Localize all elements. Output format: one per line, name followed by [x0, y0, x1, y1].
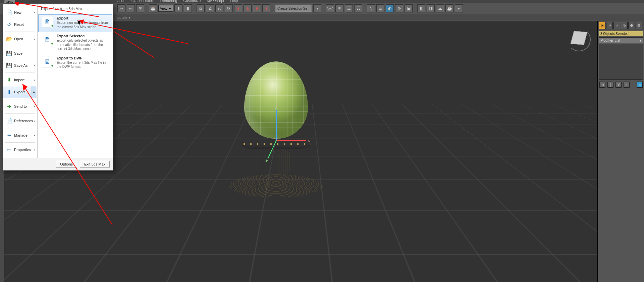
appmenu-item-label: New: [14, 10, 34, 14]
appmenu-item-label: Import: [14, 78, 34, 82]
chevron-down-icon: ▾: [640, 38, 642, 43]
appmenu-item-label: Open: [14, 37, 34, 41]
tb-unlink-icon[interactable]: ⇎: [127, 4, 135, 12]
tb-align-icon[interactable]: ≡: [335, 4, 343, 12]
appmenu-item-send-to[interactable]: ➜Send to▸: [3, 100, 37, 112]
menu-separator: [5, 128, 35, 128]
export-option-export-to-dwf[interactable]: 🗎Export to DWFExport the current 3ds Max…: [38, 54, 112, 72]
tb-material-icon[interactable]: ◐: [386, 4, 394, 12]
appmenu-item-label: Export: [14, 90, 32, 94]
tb-render-frame-icon[interactable]: ▣: [405, 4, 413, 12]
transform-gizmo[interactable]: [276, 140, 276, 141]
menu-item[interactable]: Customize: [183, 0, 201, 3]
tb-axis-y-icon[interactable]: ▮: [184, 4, 192, 12]
tb-angle-snap-icon[interactable]: ∠: [206, 4, 214, 12]
tb-render-prod-icon[interactable]: ▾: [455, 4, 463, 12]
properties-icon: ▭: [5, 145, 13, 154]
open-icon: 📂: [5, 35, 13, 43]
appmenu-item-references[interactable]: 📄References▸: [3, 115, 37, 127]
exit-button[interactable]: Exit 3ds Max: [80, 161, 110, 168]
tab-motion-icon[interactable]: ◎: [621, 22, 628, 29]
tb-bind-icon[interactable]: ≋: [136, 4, 144, 12]
gizmo-z-axis-icon[interactable]: [276, 110, 277, 140]
tab-utilities-icon[interactable]: ☰: [636, 22, 642, 29]
appmenu-item-save-as[interactable]: 💾Save As▸: [3, 59, 37, 72]
export-option-export[interactable]: 🗎ExportExport non-native file formats fr…: [38, 14, 112, 32]
appmenu-item-reset[interactable]: ↺Reset: [3, 18, 37, 31]
tb-spinner-snap-icon[interactable]: ⟳: [225, 4, 233, 12]
options-button[interactable]: Options: [56, 161, 77, 168]
tb-slate-icon[interactable]: ◧: [417, 4, 425, 12]
tb-snap-toggle-icon[interactable]: ⧈: [197, 4, 205, 12]
appmenu-item-new[interactable]: 📄New▸: [3, 6, 37, 18]
appmenu-item-save[interactable]: 💾Save: [3, 47, 37, 59]
new-icon: 📄: [5, 8, 13, 17]
show-end-result-icon[interactable]: ‖: [607, 82, 613, 88]
selection-set-input[interactable]: Create Selection Se: [275, 5, 312, 12]
tb-curve-editor-icon[interactable]: ∿: [367, 4, 375, 12]
menu-item[interactable]: Graph Editors: [131, 0, 154, 3]
tb-dope-sheet-icon[interactable]: ▤: [376, 4, 384, 12]
pin-stack-icon[interactable]: ⇥: [599, 82, 605, 88]
tb-percent-snap-icon[interactable]: %: [215, 4, 223, 12]
send-to-icon: ➜: [5, 102, 13, 111]
appmenu-item-import[interactable]: ⬇Import▸: [3, 74, 37, 86]
appmenu-item-label: Save: [14, 51, 36, 55]
main-menubar[interactable]: ation Graph Editors Rendering Customize …: [0, 0, 644, 3]
menu-item[interactable]: Help: [230, 0, 238, 3]
tb-axis-x-icon[interactable]: ▮: [174, 4, 182, 12]
tb-snap-a-icon[interactable]: a: [234, 4, 242, 12]
appmenu-left-column: 📄New▸↺Reset📂Open▸💾Save💾Save As▸⬇Import▸⬆…: [3, 4, 37, 158]
tb-layers-icon[interactable]: ☷: [345, 4, 353, 12]
menu-item[interactable]: MAXScript: [207, 0, 224, 3]
gizmo-x-axis-icon[interactable]: [276, 140, 306, 141]
modifier-stack[interactable]: [599, 44, 643, 80]
ribbon-label[interactable]: pulate ▾: [117, 15, 130, 20]
appmenu-item-open[interactable]: 📂Open▸: [3, 33, 37, 45]
modifier-list-dropdown[interactable]: Modifier List▾: [599, 37, 643, 43]
scene-object-egg-stand[interactable]: [226, 61, 326, 216]
appmenu-item-export[interactable]: ⬆Export▸: [3, 86, 37, 98]
chevron-right-icon: ▸: [34, 78, 36, 82]
tb-snap-d-icon[interactable]: a: [262, 4, 270, 12]
menu-item[interactable]: ation: [117, 0, 125, 3]
tb-render-icon[interactable]: ☕: [445, 4, 453, 12]
tb-me-icon[interactable]: ◨: [427, 4, 435, 12]
modifier-stack-buttons: ⇥ ‖ ∀ ⌂ ⎚: [599, 80, 643, 89]
remove-modifier-icon[interactable]: ⌂: [624, 82, 630, 88]
save-as-icon: 💾: [5, 61, 13, 70]
tab-display-icon[interactable]: ⚙: [628, 22, 635, 29]
viewcube[interactable]: [567, 28, 591, 51]
tb-schematic-icon[interactable]: ☶: [354, 4, 362, 12]
tb-environment-icon[interactable]: ☁: [436, 4, 444, 12]
appmenu-item-label: Reset: [14, 22, 36, 27]
view-dropdown[interactable]: View: [158, 5, 173, 12]
tab-hierarchy-icon[interactable]: ⤾: [613, 22, 620, 29]
export-option-desc: Export the current 3ds Max file in the D…: [57, 61, 109, 69]
appmenu-item-manage[interactable]: ≣Manage▸: [3, 129, 37, 141]
application-button[interactable]: MAX: [4, 0, 15, 3]
tb-snap-c-icon[interactable]: a: [253, 4, 261, 12]
tb-teapot-icon[interactable]: ☕: [149, 4, 157, 12]
export-option-title: Export to DWF: [57, 56, 109, 60]
appmenu-item-label: Manage: [14, 133, 34, 137]
tb-snap-b-icon[interactable]: a: [244, 4, 252, 12]
chevron-right-icon: ▸: [34, 37, 36, 41]
tb-mirror-icon[interactable]: ▷◁: [326, 4, 334, 12]
appmenu-item-properties[interactable]: ▭Properties▸: [3, 144, 37, 156]
export-option-export-selected[interactable]: 🗎Export SelectedExport only selected obj…: [38, 32, 112, 54]
scene-object-neck[interactable]: [261, 149, 291, 176]
menu-item[interactable]: Rendering: [160, 0, 177, 3]
configure-sets-icon[interactable]: ⎚: [637, 82, 643, 88]
appmenu-right-column: Export files from 3ds Max 🗎ExportExport …: [37, 4, 113, 158]
references-icon: 📄: [5, 116, 13, 125]
export-option-desc: Export non-native file formats from the …: [57, 21, 109, 29]
tb-render-setup-icon[interactable]: ⚙: [395, 4, 403, 12]
tb-dropdown-icon[interactable]: ▾: [313, 4, 321, 12]
tab-modify-icon[interactable]: ↗: [606, 22, 613, 29]
make-unique-icon[interactable]: ∀: [615, 82, 622, 88]
scene-object-base[interactable]: [229, 174, 323, 198]
tb-link-icon[interactable]: ⇔: [117, 4, 125, 12]
tab-create-icon[interactable]: ✳: [599, 22, 605, 29]
appmenu-item-label: Send to: [14, 104, 34, 108]
